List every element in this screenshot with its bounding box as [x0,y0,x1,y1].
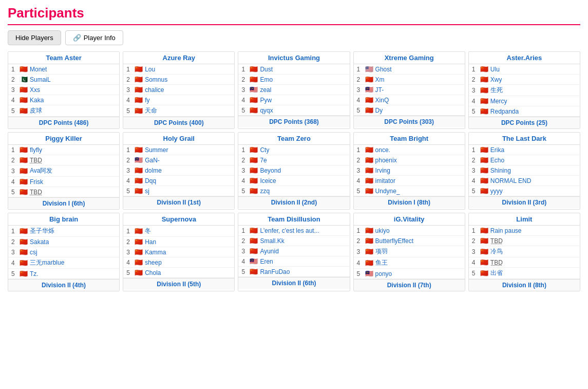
player-row: 1🇨🇳Ulu [469,64,580,75]
player-name[interactable]: GaN- [145,157,160,164]
player-name[interactable]: 皮球 [30,106,42,115]
player-name[interactable]: ButterflyEffect [375,237,413,245]
player-row: 5🇨🇳RanFuDao [238,267,349,277]
player-name[interactable]: Chola [145,269,161,276]
player-name[interactable]: yyyy [490,188,503,195]
player-name[interactable]: Irving [375,167,390,174]
player-name[interactable]: Sakata [30,238,49,246]
player-name[interactable]: L'enfer, c'est les aut... [260,227,319,234]
player-name[interactable]: zzq [260,188,270,195]
player-row: 5🇨🇳qyqx [238,105,349,116]
player-name[interactable]: 7e [260,157,267,164]
player-name[interactable]: SumaiL [30,76,51,83]
player-name[interactable]: XinQ [375,97,389,104]
player-row: 4🇨🇳XinQ [354,95,465,105]
player-name[interactable]: 三无marblue [30,258,64,267]
player-name[interactable]: Ghost [375,66,392,73]
player-name[interactable]: Ayunid [260,248,278,255]
player-number: 4 [472,177,478,184]
player-number: 5 [472,108,478,115]
player-name[interactable]: 冷鸟 [490,247,503,256]
player-name[interactable]: Rain pause [490,227,522,234]
player-name[interactable]: 天命 [145,106,157,115]
flag-icon: 🇨🇳 [20,178,28,186]
link-icon: 🔗 [73,34,81,42]
player-name[interactable]: 出省 [490,269,503,277]
player-name[interactable]: TBD [30,157,42,164]
player-name[interactable]: 鱼王 [375,258,388,267]
player-name[interactable]: zeal [260,86,271,94]
player-name[interactable]: Dust [260,66,273,73]
player-name[interactable]: Emo [260,76,273,83]
player-name[interactable]: Han [145,238,156,246]
player-row: 3🇨🇳Ayunid [238,246,349,256]
player-name[interactable]: fy [145,97,149,104]
player-name[interactable]: Kaka [30,97,44,104]
player-name[interactable]: Ava阿发 [30,166,52,175]
player-row: 3🇨🇳Shining [469,165,580,176]
player-name[interactable]: Cty [260,146,269,154]
player-name[interactable]: Beyond [260,167,281,174]
flag-icon: 🇨🇳 [480,86,488,94]
player-name[interactable]: dolme [145,167,162,174]
player-name[interactable]: sheep [145,259,162,266]
player-name[interactable]: 生死 [490,86,503,95]
player-name[interactable]: chalice [145,86,164,94]
player-name[interactable]: JT- [375,86,384,94]
player-info-button[interactable]: 🔗 Player Info [65,30,123,45]
player-name[interactable]: ukiyo [375,227,390,234]
player-name[interactable]: Erika [490,146,504,154]
player-name[interactable]: Monet [30,66,47,73]
player-row: 1🇨🇳Cty [238,145,349,155]
player-name[interactable]: Dqq [145,177,156,184]
hide-players-button[interactable]: Hide Players [8,30,61,45]
player-name[interactable]: Mercy [490,98,507,105]
player-name[interactable]: Dy [375,107,383,114]
player-name[interactable]: TBD [490,237,503,245]
player-name[interactable]: flyfly [30,146,42,154]
player-name[interactable]: Iceice [260,177,276,184]
player-name[interactable]: Shining [490,167,511,174]
player-name[interactable]: Summer [145,146,168,154]
flag-icon: 🇨🇳 [135,86,143,94]
player-name[interactable]: Echo [490,157,504,164]
player-name[interactable]: Frisk [30,178,43,186]
player-name[interactable]: 冬 [145,227,151,235]
player-name[interactable]: Xm [375,76,385,83]
player-name[interactable]: Ulu [490,66,500,73]
player-name[interactable]: RanFuDao [260,268,290,275]
player-name[interactable]: imitator [375,177,395,184]
flag-icon: 🇨🇳 [250,166,258,174]
player-number: 3 [357,167,363,174]
player-name[interactable]: ponyo [375,270,392,277]
player-row: 4🇨🇳fy [123,95,234,105]
player-name[interactable]: Kamma [145,249,166,256]
player-name[interactable]: Tz. [30,270,39,277]
player-name[interactable]: Xwy [490,76,502,83]
player-number: 1 [357,227,363,234]
player-name[interactable]: 圣子华烁 [30,227,54,235]
player-name[interactable]: once. [375,146,390,154]
team-name: The Last Dark [469,133,580,145]
player-name[interactable]: TBD [30,189,42,196]
player-name[interactable]: TBD [490,259,503,266]
player-name[interactable]: Lou [145,66,155,73]
player-name[interactable]: Redpanda [490,108,519,115]
player-name[interactable]: phoenix [375,157,397,164]
player-name[interactable]: Xxs [30,86,40,94]
player-number: 2 [11,157,17,164]
player-name[interactable]: Undyne_ [375,188,400,195]
player-number: 5 [357,270,363,277]
player-name[interactable]: csj [30,249,37,256]
player-name[interactable]: Somnus [145,76,167,83]
team-footer: DPC Points (368) [238,116,349,127]
player-name[interactable]: Pyw [260,97,272,104]
player-name[interactable]: Eren [260,258,273,265]
player-name[interactable]: NORMAL END [490,177,532,184]
player-name[interactable]: 项羽 [375,247,388,256]
player-name[interactable]: Small.Kk [260,237,284,245]
player-number: 3 [472,87,478,94]
player-name[interactable]: qyqx [260,107,273,114]
flag-icon: 🇨🇳 [480,166,488,174]
player-name[interactable]: sj [145,188,149,195]
